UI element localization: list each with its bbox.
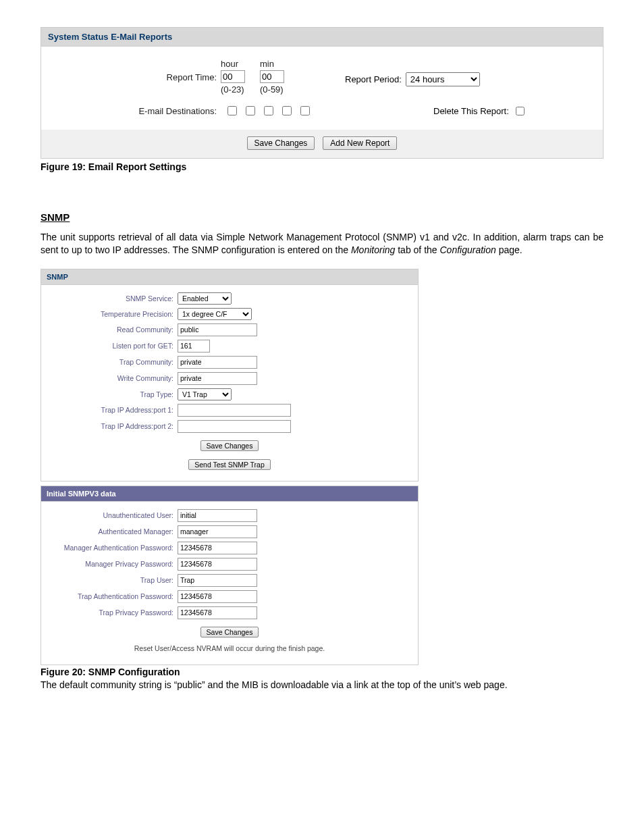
snmp-service-select[interactable]: Enabled <box>178 292 232 305</box>
snmpv3-save-changes-button[interactable]: Save Changes <box>200 627 259 637</box>
auth-manager-label: Authenticated Manager: <box>48 527 178 536</box>
trap-ip1-label: Trap IP Address:port 1: <box>48 406 178 414</box>
trap-user-label: Trap User: <box>48 576 178 584</box>
trap-priv-pwd-label: Trap Privacy Password: <box>48 608 178 617</box>
email-dest-check-3[interactable] <box>264 106 273 115</box>
min-footer: (0-59) <box>260 84 284 95</box>
snmp-heading: SNMP <box>41 211 603 223</box>
hour-input[interactable] <box>221 70 245 83</box>
email-dest-check-2[interactable] <box>246 106 255 115</box>
trap-auth-pwd-label: Trap Authentication Password: <box>48 592 178 600</box>
snmp-save-changes-button[interactable]: Save Changes <box>200 440 259 451</box>
trap-type-select[interactable]: V1 Trap <box>178 388 232 400</box>
min-input[interactable] <box>260 70 284 83</box>
write-community-input[interactable] <box>178 372 257 385</box>
auth-manager-input[interactable] <box>178 525 257 538</box>
manager-priv-pwd-input[interactable] <box>178 558 257 571</box>
trap-ip2-input[interactable] <box>178 420 291 433</box>
manager-priv-pwd-label: Manager Privacy Password: <box>48 560 178 568</box>
figure-20-caption: Figure 20: SNMP Configuration <box>41 667 603 677</box>
read-community-label: Read Community: <box>48 325 178 334</box>
add-new-report-button[interactable]: Add New Report <box>323 136 397 150</box>
listen-port-label: Listen port for GET: <box>48 342 178 350</box>
hour-footer: (0-23) <box>221 84 244 95</box>
send-test-snmp-trap-button[interactable]: Send Test SNMP Trap <box>188 459 271 470</box>
delete-report-check[interactable] <box>516 107 525 115</box>
snmpv3-panel: Initial SNMPV3 data Unauthenticated User… <box>41 486 419 665</box>
hour-header: hour <box>221 59 238 69</box>
snmp-intro-paragraph: The unit supports retrieval of all data … <box>41 231 603 257</box>
trap-priv-pwd-input[interactable] <box>178 606 257 619</box>
report-time-label: Report Time: <box>55 59 221 82</box>
manager-auth-pwd-input[interactable] <box>178 542 257 554</box>
closing-paragraph: The default community string is “public”… <box>41 679 603 692</box>
unauth-user-input[interactable] <box>178 509 257 522</box>
save-changes-button[interactable]: Save Changes <box>247 136 315 150</box>
report-period-label: Report Period: <box>345 74 402 84</box>
email-dest-check-5[interactable] <box>300 106 310 115</box>
snmp-panel: SNMP SNMP Service: Enabled Temperature P… <box>41 269 419 481</box>
trap-ip2-label: Trap IP Address:port 2: <box>48 422 178 430</box>
write-community-label: Write Community: <box>48 374 178 382</box>
email-dest-check-4[interactable] <box>282 106 292 115</box>
listen-port-input[interactable] <box>178 340 210 353</box>
temp-precision-label: Temperature Precision: <box>48 310 178 318</box>
snmpv3-note: Reset User/Access NVRAM will occur durin… <box>48 642 411 658</box>
snmp-panel-title: SNMP <box>41 269 418 285</box>
snmp-service-label: SNMP Service: <box>48 294 178 303</box>
email-dest-check-1[interactable] <box>227 106 237 115</box>
trap-ip1-input[interactable] <box>178 404 291 417</box>
trap-community-label: Trap Community: <box>48 358 178 366</box>
trap-user-input[interactable] <box>178 574 257 587</box>
snmpv3-panel-title: Initial SNMPV3 data <box>41 486 418 502</box>
email-reports-panel: System Status E-Mail Reports Report Time… <box>41 27 603 159</box>
temp-precision-select[interactable]: 1x degree C/F <box>178 308 252 320</box>
trap-auth-pwd-input[interactable] <box>178 590 257 603</box>
read-community-input[interactable] <box>178 323 257 336</box>
manager-auth-pwd-label: Manager Authentication Password: <box>48 544 178 552</box>
figure-19-caption: Figure 19: Email Report Settings <box>41 161 603 172</box>
report-period-select[interactable]: 24 hours <box>406 72 480 86</box>
email-reports-title: System Status E-Mail Reports <box>41 28 603 47</box>
trap-type-label: Trap Type: <box>48 390 178 398</box>
trap-community-input[interactable] <box>178 356 257 369</box>
delete-report-label: Delete This Report: <box>433 106 509 116</box>
unauth-user-label: Unauthenticated User: <box>48 511 178 519</box>
email-destinations-checkboxes <box>225 104 312 118</box>
min-header: min <box>260 59 274 69</box>
email-destinations-label: E-mail Destinations: <box>55 106 225 116</box>
